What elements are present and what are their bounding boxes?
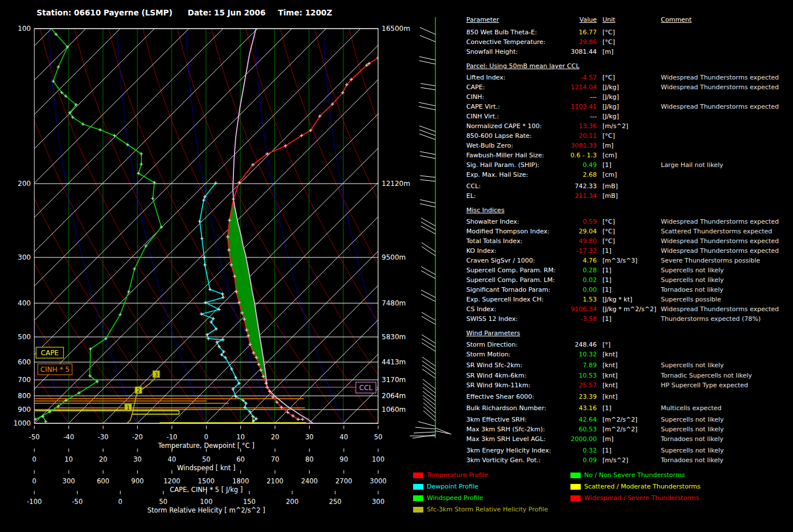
- dry-adiabat: [418, 29, 463, 423]
- ccl-box-label: CCL: [359, 384, 373, 392]
- parameter-comment: Supercells possible: [661, 296, 721, 303]
- parameter-label: SR Wind 9km-11km:: [466, 382, 530, 389]
- wind-barb: [423, 403, 435, 413]
- parameter-unit: [m]: [602, 435, 613, 443]
- parameter-label: CINH Virt.:: [466, 113, 499, 120]
- axis-tick-label: 50: [159, 498, 168, 506]
- parameter-unit: [1]: [602, 161, 612, 169]
- parameter-comment: Tornadoes not likely: [661, 456, 723, 464]
- km-markers: 123: [125, 371, 160, 411]
- wind-barb: [421, 290, 435, 297]
- section-title: Misc Indices: [466, 207, 505, 214]
- dry-adiabat: [109, 29, 309, 423]
- parameter-value: 20.11: [535, 132, 597, 140]
- cape-area: [228, 199, 267, 387]
- parameter-value: 2.68: [535, 171, 597, 178]
- wind-barb: [423, 407, 435, 417]
- parameter-value: 29.04: [535, 228, 597, 235]
- header-unit: Unit: [602, 16, 615, 23]
- axis-tick-label: 40: [340, 433, 348, 441]
- parameter-value: 42.64: [535, 416, 597, 423]
- parameter-value: 16.77: [535, 29, 597, 36]
- parameter-row: EL:211.34[mB]: [466, 192, 790, 200]
- header-parameter: Parameter: [466, 16, 499, 23]
- parameter-value: 1103.41: [535, 103, 597, 110]
- parameter-unit: [1]: [602, 315, 612, 323]
- parameter-label: Total Totals Index:: [466, 237, 522, 245]
- parameter-row: 850-600 Lapse Rate:20.11[°C]: [466, 132, 790, 140]
- wind-barb: [423, 379, 435, 389]
- parameter-value: 7.89: [535, 362, 597, 369]
- parameter-value: 0.28: [535, 267, 597, 274]
- wind-barb: [423, 411, 435, 421]
- parameter-label: Max 3km SRH (Sfc-2km):: [466, 426, 545, 433]
- axis-tick-label: 300: [372, 498, 384, 506]
- parameter-label: Lifted Index:: [466, 74, 505, 81]
- parameter-label: EL:: [466, 192, 476, 200]
- x-axes: -50-40-30-20-1001020304050Temperature, D…: [27, 426, 387, 514]
- axis-tick-label: 2700: [335, 477, 352, 485]
- legend-label: Windspeed Profile: [427, 494, 483, 502]
- parameter-unit: [knt]: [602, 393, 617, 400]
- parameter-comment: Widespread Thunderstorms expected: [661, 218, 779, 225]
- axis-tick-label: 3000: [370, 477, 386, 485]
- axis-tick-label: 70: [271, 455, 279, 463]
- parameter-value: 0.00: [535, 286, 597, 293]
- isotherm: [240, 29, 463, 423]
- parameter-comment: Widespread Thunderstorms expected: [661, 305, 779, 313]
- wind-barb: [423, 383, 435, 393]
- legend-swatch: [570, 495, 581, 501]
- parameter-comment: Supercells not likely: [661, 276, 724, 284]
- isotherm: [103, 29, 463, 423]
- axis-tick-label: 2100: [267, 477, 283, 485]
- wind-barb: [423, 387, 435, 397]
- axis-tick-label: 0: [204, 433, 208, 441]
- header-comment: Comment: [661, 16, 692, 23]
- axis-tick-label: 1200: [164, 477, 180, 485]
- parameter-row: 3km Effective SRH:42.64[m^2/s^2]Supercel…: [466, 416, 790, 424]
- parameter-label: 3km Effective SRH:: [466, 416, 527, 423]
- table-section-header: Parcel: Using 50mB mean layer CCL: [466, 62, 790, 70]
- parameter-label: Fawbush-Miller Hail Size:: [466, 152, 544, 159]
- parameter-row: Supercell Comp. Param. LM:0.02[1]Superce…: [466, 276, 790, 284]
- pressure-tick-label: 100: [18, 25, 31, 33]
- parameter-row: Snowfall Height:3081.44[m]: [466, 48, 790, 56]
- parameter-row: Total Totals Index:49.80[°C]Widespread T…: [466, 237, 790, 245]
- parameter-row: 3km Vorticity Gen. Pot.:0.09[m/s^2]Torna…: [466, 456, 790, 464]
- pressure-tick-label: 600: [18, 358, 31, 366]
- parameter-value: ---: [535, 93, 597, 101]
- pressure-tick-label: 900: [18, 406, 31, 414]
- parameter-comment: Supercells not likely: [661, 267, 724, 274]
- wind-barb: [420, 176, 435, 177]
- pressure-tick-label: 700: [18, 376, 31, 384]
- parameter-unit: [m^2/s^2]: [602, 426, 637, 433]
- parameter-value: 248.46: [535, 341, 597, 348]
- wind-barb: [419, 106, 435, 110]
- parameter-label: CINH:: [466, 93, 484, 101]
- parameter-unit: [J/kg * m^2/s^2]: [602, 305, 656, 313]
- parameter-unit: [knt]: [602, 372, 617, 379]
- pressure-tick-label: 300: [18, 253, 31, 261]
- legend-label: Sfc-3km Storm Relative Helicity Profile: [427, 506, 548, 513]
- parameter-comment: Widespread Thunderstorms expected: [661, 103, 779, 110]
- parameter-label: Snowfall Height:: [466, 48, 518, 55]
- parameter-row: Significant Tornado Param:0.00[1]Tornado…: [466, 286, 790, 294]
- wind-barbs: [410, 17, 451, 438]
- parameter-unit: [°C]: [602, 74, 615, 81]
- altitude-label: 3170m: [382, 376, 406, 384]
- wind-barb: [421, 267, 435, 275]
- parameter-unit: [knt]: [602, 351, 617, 358]
- parameter-unit: [cm]: [602, 171, 617, 178]
- parameter-unit: [1]: [602, 276, 612, 284]
- parameter-value: 211.34: [535, 192, 597, 200]
- legend-swatch: [413, 507, 423, 513]
- wind-barb: [421, 271, 435, 279]
- parameter-unit: [°]: [602, 341, 610, 348]
- cinh-label-box: CINH * 5: [38, 364, 72, 375]
- dry-adiabat: [177, 29, 378, 423]
- axis-tick-label: -40: [64, 433, 74, 441]
- legend-label: No / Non Severe Thunderstorms: [584, 471, 685, 479]
- cape-fill: [228, 199, 267, 387]
- axis-tick-label: 600: [97, 477, 109, 485]
- parameter-value: 25.57: [535, 382, 597, 389]
